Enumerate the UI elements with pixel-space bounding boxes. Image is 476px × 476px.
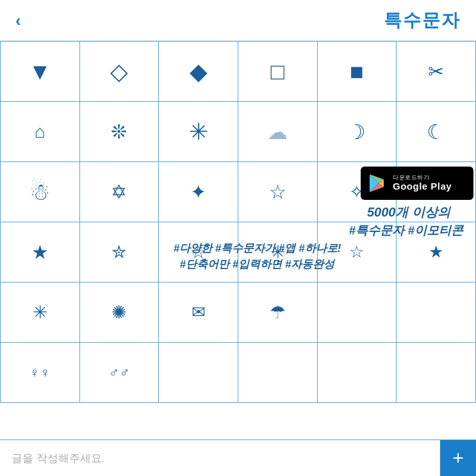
grid-cell-star-outline2[interactable]: ☆ — [159, 222, 238, 283]
grid-cell-diamond-outline[interactable]: ◇ — [80, 42, 160, 102]
grid-cell-envelope[interactable]: ✉ — [159, 283, 238, 343]
grid-cell-empty6[interactable] — [397, 343, 476, 403]
grid-cell-star-filled1[interactable]: ★ — [1, 222, 80, 283]
grid-cell-empty2[interactable] — [397, 283, 476, 343]
header: ‹ 특수문자 — [0, 0, 476, 41]
grid-cell-empty3[interactable] — [159, 343, 238, 403]
grid-cell-crescent2[interactable]: ☾ — [397, 102, 476, 162]
grid-cell-triangle[interactable]: ▼ — [1, 42, 80, 102]
grid-cell-scissors[interactable]: ✂ — [397, 42, 476, 102]
grid-cell-house[interactable]: ⌂ — [1, 102, 80, 162]
grid-cell-star-dotted1[interactable]: ✧ — [318, 162, 397, 222]
grid-cell-empty1[interactable] — [318, 283, 397, 343]
grid-cell-star-outline[interactable]: ☆ — [238, 162, 318, 222]
grid-cell-star-outline3[interactable]: ☆ — [318, 222, 397, 283]
grid-cell-male[interactable]: ♂♂ — [80, 343, 160, 403]
grid-cell-umbrella[interactable]: ☂ — [238, 283, 318, 343]
grid-cell-star-filled2[interactable]: ✮ — [80, 222, 160, 283]
grid-cell-empty4[interactable] — [238, 343, 318, 403]
grid-cell-sun[interactable]: ✳ — [159, 102, 238, 162]
grid-cell-snowflake[interactable]: ❊ — [80, 102, 160, 162]
grid-cell-star-dotted2[interactable]: ✦ — [397, 162, 476, 222]
page-title: 특수문자 — [384, 8, 461, 33]
grid-cell-diamond-filled[interactable]: ◆ — [159, 42, 238, 102]
back-button[interactable]: ‹ — [15, 12, 21, 29]
grid-cell-sparkle[interactable]: ✦ — [159, 162, 238, 222]
grid-cell-asterisk2[interactable]: ✺ — [80, 283, 160, 343]
symbol-grid: ▼ ◇ ◆ □ ■ ✂ ⌂ ❊ ✳ ☁ ☽ ☾ ☃ ✡ ✦ ☆ ✧ ✦ ★ ✮ … — [0, 41, 476, 403]
grid-cell-empty5[interactable] — [318, 343, 397, 403]
grid-cell-crescent1[interactable]: ☽ — [318, 102, 397, 162]
grid-cell-cloud[interactable]: ☁ — [238, 102, 318, 162]
grid-cell-square-filled[interactable]: ■ — [318, 42, 397, 102]
grid-cell-star-filled3[interactable]: ★ — [397, 222, 476, 283]
grid-cell-star-of-david[interactable]: ✡ — [80, 162, 160, 222]
grid-cell-female[interactable]: ♀♀ — [1, 343, 80, 403]
grid-cell-snowman[interactable]: ☃ — [1, 162, 80, 222]
grid-cell-square-outline[interactable]: □ — [238, 42, 318, 102]
add-button[interactable]: + — [440, 440, 476, 476]
grid-cell-burst[interactable]: ✳ — [238, 222, 318, 283]
grid-cell-asterisk1[interactable]: ✳ — [1, 283, 80, 343]
bottom-bar: 글을 작성해주세요. + — [0, 439, 476, 476]
grid-area: ▼ ◇ ◆ □ ■ ✂ ⌂ ❊ ✳ ☁ ☽ ☾ ☃ ✡ ✦ ☆ ✧ ✦ ★ ✮ … — [0, 41, 476, 439]
text-input-placeholder[interactable]: 글을 작성해주세요. — [0, 451, 440, 466]
plus-icon: + — [452, 448, 464, 468]
app-container: ‹ 특수문자 ▼ ◇ ◆ □ ■ ✂ ⌂ ❊ ✳ ☁ ☽ ☾ ☃ ✡ ✦ ☆ ✧… — [0, 0, 476, 476]
